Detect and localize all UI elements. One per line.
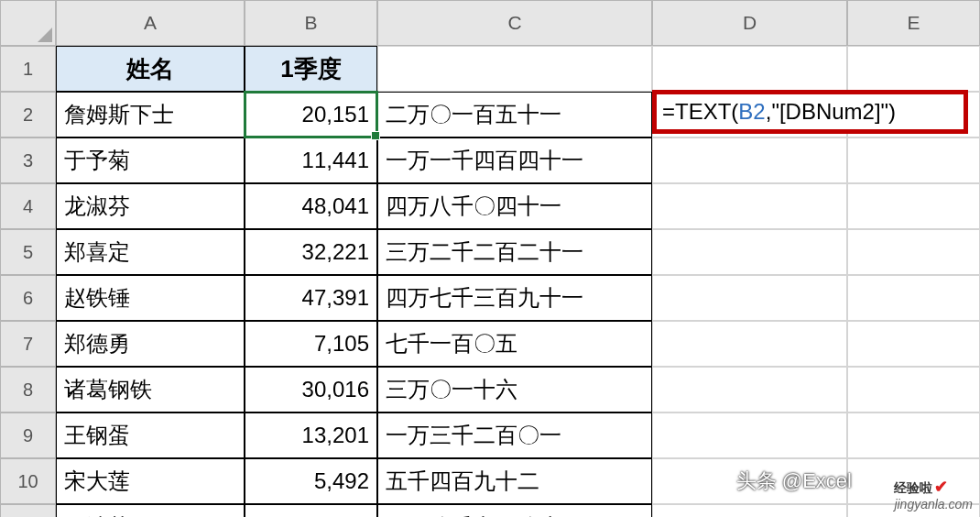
cell-a7[interactable]: 郑德勇 bbox=[56, 321, 245, 367]
cell-d3[interactable] bbox=[652, 138, 847, 183]
cell-e1[interactable] bbox=[847, 46, 980, 92]
cell-a1-header[interactable]: 姓名 bbox=[56, 46, 245, 92]
cell-b4[interactable]: 48,041 bbox=[245, 183, 377, 229]
spreadsheet-grid: A B C D E 1 姓名 1季度 2 詹姆斯下士 20,151 二万〇一百五… bbox=[0, 0, 980, 517]
col-header-a[interactable]: A bbox=[56, 0, 245, 46]
formula-fn-open: TEXT( bbox=[675, 99, 738, 125]
cell-a9[interactable]: 王钢蛋 bbox=[56, 412, 245, 458]
cell-a8[interactable]: 诸葛钢铁 bbox=[56, 367, 245, 412]
cell-b8[interactable]: 30,016 bbox=[245, 367, 377, 412]
cell-d11[interactable] bbox=[652, 504, 847, 517]
col-header-e[interactable]: E bbox=[847, 0, 980, 46]
cell-b6[interactable]: 47,391 bbox=[245, 275, 377, 321]
cell-c3[interactable]: 一万一千四百四十一 bbox=[377, 138, 652, 183]
watermark-site-title: 经验啦 bbox=[894, 480, 932, 495]
col-header-b[interactable]: B bbox=[245, 0, 377, 46]
cell-d9[interactable] bbox=[652, 412, 847, 458]
row-header-2[interactable]: 2 bbox=[0, 92, 56, 138]
formula-annotation: = TEXT( B2 , "[DBNum2]" ) bbox=[652, 90, 968, 134]
cell-b5[interactable]: 32,221 bbox=[245, 229, 377, 275]
row-header-5[interactable]: 5 bbox=[0, 229, 56, 275]
row-header-6[interactable]: 6 bbox=[0, 275, 56, 321]
formula-comma: , bbox=[766, 99, 772, 125]
watermark-site-url: jingyanla.com bbox=[894, 497, 973, 512]
cell-c1[interactable] bbox=[377, 46, 652, 92]
formula-close: ) bbox=[888, 99, 896, 125]
row-header-8[interactable]: 8 bbox=[0, 367, 56, 412]
cell-c4[interactable]: 四万八千〇四十一 bbox=[377, 183, 652, 229]
watermark-site: 经验啦✔ jingyanla.com bbox=[894, 477, 973, 512]
cell-d5[interactable] bbox=[652, 229, 847, 275]
cell-d1[interactable] bbox=[652, 46, 847, 92]
cell-b10[interactable]: 5,492 bbox=[245, 458, 377, 504]
check-icon: ✔ bbox=[934, 478, 948, 496]
watermark-author: 头条 @Excel bbox=[736, 468, 852, 495]
cell-d4[interactable] bbox=[652, 183, 847, 229]
formula-ref: B2 bbox=[738, 99, 765, 125]
col-header-d[interactable]: D bbox=[652, 0, 847, 46]
row-header-7[interactable]: 7 bbox=[0, 321, 56, 367]
row-header-3[interactable]: 3 bbox=[0, 138, 56, 183]
cell-b3[interactable]: 11,441 bbox=[245, 138, 377, 183]
col-header-c[interactable]: C bbox=[377, 0, 652, 46]
cell-e7[interactable] bbox=[847, 321, 980, 367]
cell-b2-active[interactable]: 20,151 bbox=[245, 92, 377, 138]
cell-a2[interactable]: 詹姆斯下士 bbox=[56, 92, 245, 138]
cell-c10[interactable]: 五千四百九十二 bbox=[377, 458, 652, 504]
cell-a3[interactable]: 于予菊 bbox=[56, 138, 245, 183]
cell-c9[interactable]: 一万三千二百〇一 bbox=[377, 412, 652, 458]
cell-a11[interactable]: 王洁芳 bbox=[56, 504, 245, 517]
cell-b7[interactable]: 7,105 bbox=[245, 321, 377, 367]
cell-c7[interactable]: 七千一百〇五 bbox=[377, 321, 652, 367]
cell-d6[interactable] bbox=[652, 275, 847, 321]
select-all-corner[interactable] bbox=[0, 0, 56, 46]
cell-e6[interactable] bbox=[847, 275, 980, 321]
cell-c2[interactable]: 二万〇一百五十一 bbox=[377, 92, 652, 138]
cell-b1-header[interactable]: 1季度 bbox=[245, 46, 377, 92]
cell-d8[interactable] bbox=[652, 367, 847, 412]
cell-c6[interactable]: 四万七千三百九十一 bbox=[377, 275, 652, 321]
cell-e8[interactable] bbox=[847, 367, 980, 412]
row-header-1[interactable]: 1 bbox=[0, 46, 56, 92]
formula-eq: = bbox=[662, 99, 675, 125]
cell-a10[interactable]: 宋大莲 bbox=[56, 458, 245, 504]
cell-e4[interactable] bbox=[847, 183, 980, 229]
cell-e5[interactable] bbox=[847, 229, 980, 275]
row-header-4[interactable]: 4 bbox=[0, 183, 56, 229]
cell-e3[interactable] bbox=[847, 138, 980, 183]
cell-e9[interactable] bbox=[847, 412, 980, 458]
cell-a4[interactable]: 龙淑芬 bbox=[56, 183, 245, 229]
cell-b9[interactable]: 13,201 bbox=[245, 412, 377, 458]
row-header-11[interactable]: 11 bbox=[0, 504, 56, 517]
row-header-10[interactable]: 10 bbox=[0, 458, 56, 504]
row-header-9[interactable]: 9 bbox=[0, 412, 56, 458]
cell-a5[interactable]: 郑喜定 bbox=[56, 229, 245, 275]
cell-d7[interactable] bbox=[652, 321, 847, 367]
formula-string: "[DBNum2]" bbox=[771, 99, 888, 125]
cell-a6[interactable]: 赵铁锤 bbox=[56, 275, 245, 321]
cell-b11[interactable]: 18,782 bbox=[245, 504, 377, 517]
cell-c11[interactable]: 一万八千七百八十二 bbox=[377, 504, 652, 517]
cell-c8[interactable]: 三万〇一十六 bbox=[377, 367, 652, 412]
cell-c5[interactable]: 三万二千二百二十一 bbox=[377, 229, 652, 275]
